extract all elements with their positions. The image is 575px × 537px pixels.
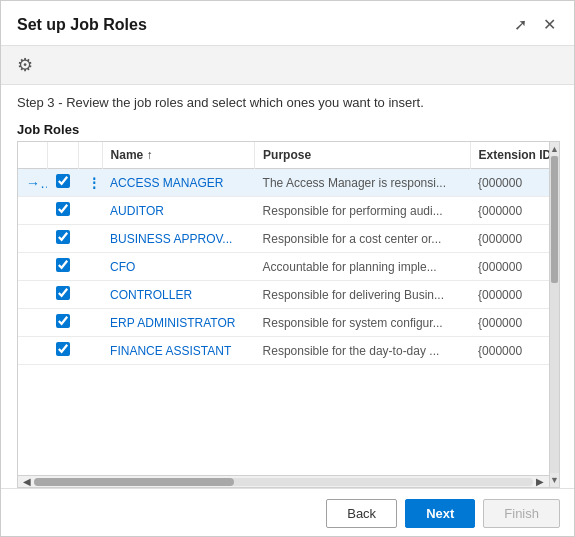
row-name: CONTROLLER xyxy=(102,281,254,309)
col-purpose-label: Purpose xyxy=(263,148,311,162)
row-name: AUDITOR xyxy=(102,197,254,225)
finish-button: Finish xyxy=(483,499,560,528)
row-checkbox-cell xyxy=(47,169,79,197)
row-purpose: Accountable for planning imple... xyxy=(255,253,471,281)
row-purpose: Responsible for the day-to-day ... xyxy=(255,337,471,365)
table-row[interactable]: BUSINESS APPROV...Responsible for a cost… xyxy=(18,225,549,253)
row-ext-id: {000000 xyxy=(470,337,549,365)
row-checkbox-cell xyxy=(47,197,79,225)
row-name: ACCESS MANAGER xyxy=(102,169,254,197)
close-button[interactable]: ✕ xyxy=(539,15,560,35)
row-context-menu xyxy=(79,225,102,253)
row-name: CFO xyxy=(102,253,254,281)
row-purpose: Responsible for performing audi... xyxy=(255,197,471,225)
row-checkbox[interactable] xyxy=(56,174,70,188)
row-checkbox[interactable] xyxy=(56,342,70,356)
table-row[interactable]: ERP ADMINISTRATORResponsible for system … xyxy=(18,309,549,337)
toolbar: ⚙ xyxy=(1,46,575,85)
row-checkbox[interactable] xyxy=(56,314,70,328)
v-scroll-thumb[interactable] xyxy=(551,156,558,283)
vertical-scrollbar[interactable]: ▲ ▼ xyxy=(549,142,559,487)
title-actions: ➚ ✕ xyxy=(510,15,560,35)
row-arrow xyxy=(18,281,47,309)
col-header-purpose[interactable]: Purpose xyxy=(255,142,471,169)
close-icon: ✕ xyxy=(543,16,556,33)
step-description: Step 3 - Review the job roles and select… xyxy=(1,85,575,116)
back-button[interactable]: Back xyxy=(326,499,397,528)
table-scroll[interactable]: Name ↑ Purpose Extension ID xyxy=(18,142,549,475)
row-ext-id: {000000 xyxy=(470,169,549,197)
footer: Back Next Finish xyxy=(1,488,575,537)
h-scroll-track xyxy=(34,478,533,486)
table-row[interactable]: FINANCE ASSISTANTResponsible for the day… xyxy=(18,337,549,365)
row-context-menu xyxy=(79,197,102,225)
table-row[interactable]: CONTROLLERResponsible for delivering Bus… xyxy=(18,281,549,309)
row-arrow xyxy=(18,225,47,253)
job-roles-table-container: Name ↑ Purpose Extension ID xyxy=(17,141,560,488)
row-checkbox-cell xyxy=(47,253,79,281)
row-arrow: → xyxy=(18,169,47,197)
col-header-dots xyxy=(79,142,102,169)
row-ext-id: {000000 xyxy=(470,309,549,337)
col-name-label: Name ↑ xyxy=(111,148,153,162)
scroll-right-arrow[interactable]: ▶ xyxy=(533,476,547,487)
row-checkbox[interactable] xyxy=(56,202,70,216)
row-ext-id: {000000 xyxy=(470,281,549,309)
row-purpose: Responsible for system configur... xyxy=(255,309,471,337)
row-ext-id: {000000 xyxy=(470,197,549,225)
row-name: ERP ADMINISTRATOR xyxy=(102,309,254,337)
row-checkbox-cell xyxy=(47,225,79,253)
row-purpose: The Access Manager is responsi... xyxy=(255,169,471,197)
expand-icon: ➚ xyxy=(514,16,527,33)
row-arrow xyxy=(18,309,47,337)
col-header-arrow xyxy=(18,142,47,169)
table-row[interactable]: CFOAccountable for planning imple...{000… xyxy=(18,253,549,281)
col-header-ext[interactable]: Extension ID xyxy=(470,142,549,169)
col-header-check xyxy=(47,142,79,169)
title-bar: Set up Job Roles ➚ ✕ xyxy=(1,1,575,46)
row-name: FINANCE ASSISTANT xyxy=(102,337,254,365)
row-checkbox[interactable] xyxy=(56,286,70,300)
row-checkbox-cell xyxy=(47,281,79,309)
row-purpose: Responsible for delivering Busin... xyxy=(255,281,471,309)
row-context-menu xyxy=(79,281,102,309)
next-button[interactable]: Next xyxy=(405,499,475,528)
row-arrow xyxy=(18,337,47,365)
v-scroll-track xyxy=(550,156,559,473)
row-purpose: Responsible for a cost center or... xyxy=(255,225,471,253)
col-header-name[interactable]: Name ↑ xyxy=(102,142,254,169)
row-context-menu xyxy=(79,309,102,337)
row-name: BUSINESS APPROV... xyxy=(102,225,254,253)
h-scroll-thumb[interactable] xyxy=(34,478,234,486)
expand-button[interactable]: ➚ xyxy=(510,15,531,35)
row-ext-id: {000000 xyxy=(470,253,549,281)
job-roles-table: Name ↑ Purpose Extension ID xyxy=(18,142,549,365)
row-context-menu xyxy=(79,337,102,365)
row-checkbox[interactable] xyxy=(56,258,70,272)
row-arrow xyxy=(18,253,47,281)
row-checkbox-cell xyxy=(47,309,79,337)
gear-icon[interactable]: ⚙ xyxy=(17,54,33,76)
table-header-row: Name ↑ Purpose Extension ID xyxy=(18,142,549,169)
section-header: Job Roles xyxy=(1,116,575,141)
scroll-down-arrow[interactable]: ▼ xyxy=(550,473,559,487)
table-with-scroll: Name ↑ Purpose Extension ID xyxy=(18,142,559,487)
row-ext-id: {000000 xyxy=(470,225,549,253)
scroll-left-arrow[interactable]: ◀ xyxy=(20,476,34,487)
scroll-up-arrow[interactable]: ▲ xyxy=(550,142,559,156)
horizontal-scrollbar[interactable]: ◀ ▶ xyxy=(18,475,549,487)
row-arrow xyxy=(18,197,47,225)
table-row[interactable]: →⋮ACCESS MANAGERThe Access Manager is re… xyxy=(18,169,549,197)
col-ext-label: Extension ID xyxy=(479,148,549,162)
table-row[interactable]: AUDITORResponsible for performing audi..… xyxy=(18,197,549,225)
setup-job-roles-dialog: Set up Job Roles ➚ ✕ ⚙ Step 3 - Review t… xyxy=(1,1,575,537)
dialog-title: Set up Job Roles xyxy=(17,16,147,34)
row-context-menu[interactable]: ⋮ xyxy=(79,169,102,197)
row-context-menu xyxy=(79,253,102,281)
row-checkbox-cell xyxy=(47,337,79,365)
row-checkbox[interactable] xyxy=(56,230,70,244)
